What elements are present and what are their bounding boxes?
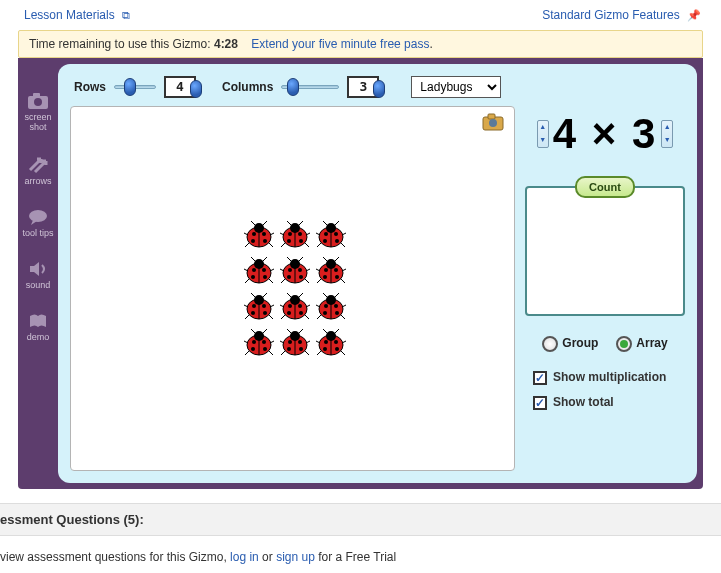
chevron-up-icon: ▲	[538, 121, 548, 134]
svg-point-156	[335, 347, 339, 351]
svg-line-84	[341, 279, 345, 283]
svg-point-49	[252, 268, 256, 272]
arrows-tool[interactable]: arrows	[24, 154, 51, 186]
svg-line-67	[299, 257, 303, 261]
svg-point-22	[290, 223, 300, 233]
demo-tool[interactable]: demo	[27, 312, 50, 342]
ladybug-icon	[241, 217, 277, 253]
ladybug-icon	[277, 217, 313, 253]
gizmo-container: screen shot arrows tool tips sound demo …	[18, 58, 703, 489]
svg-point-143	[299, 347, 303, 351]
show-total-checkbox[interactable]: ✓Show total	[533, 395, 685, 410]
rows-slider[interactable]	[114, 80, 156, 94]
svg-line-97	[269, 315, 273, 319]
svg-line-162	[341, 351, 345, 355]
screenshot-tool[interactable]: screen shot	[18, 92, 58, 132]
right-stepper[interactable]: ▲▼	[661, 120, 673, 148]
svg-line-110	[305, 315, 309, 319]
sound-tool[interactable]: sound	[26, 260, 51, 290]
svg-point-51	[251, 275, 255, 279]
svg-point-75	[324, 268, 328, 272]
speaker-icon	[27, 260, 49, 278]
item-grid	[241, 217, 349, 361]
svg-point-152	[326, 331, 336, 341]
svg-line-132	[263, 329, 267, 333]
right-column: ▲▼ 4 × 3 ▲▼ Count Group Array ✓Show mult…	[525, 106, 685, 471]
rows-input[interactable]: 4	[164, 76, 196, 98]
signup-link[interactable]: sign up	[276, 550, 315, 564]
svg-point-62	[288, 268, 292, 272]
svg-point-13	[263, 239, 267, 243]
expression-text: 4 × 3	[553, 110, 658, 158]
controls-row: Rows 4 Columns 3 Ladybugs	[70, 74, 685, 106]
side-toolbar: screen shot arrows tool tips sound demo	[18, 58, 58, 483]
lesson-materials-link[interactable]: Lesson Materials	[24, 8, 115, 22]
array-radio[interactable]: Array	[616, 336, 667, 352]
ladybug-icon	[313, 325, 349, 361]
svg-point-78	[335, 275, 339, 279]
slider-knob-icon[interactable]	[190, 80, 202, 98]
svg-line-27	[287, 221, 291, 225]
external-icon: ⧉	[122, 9, 130, 21]
snapshot-button[interactable]	[482, 113, 504, 134]
svg-line-158	[335, 329, 339, 333]
svg-line-45	[341, 243, 345, 247]
svg-line-80	[335, 257, 339, 261]
pushpin-icon: 📌	[687, 9, 701, 21]
svg-point-102	[298, 304, 302, 308]
svg-line-53	[251, 257, 255, 261]
ladybug-icon	[241, 253, 277, 289]
columns-slider[interactable]	[281, 80, 339, 94]
columns-input[interactable]: 3	[347, 76, 379, 98]
svg-point-139	[290, 331, 300, 341]
svg-line-44	[317, 243, 321, 247]
svg-point-38	[323, 239, 327, 243]
svg-point-52	[263, 275, 267, 279]
svg-line-41	[335, 221, 339, 225]
group-radio[interactable]: Group	[542, 336, 598, 352]
standard-features-link[interactable]: Standard Gizmo Features	[542, 8, 679, 22]
svg-line-31	[281, 243, 285, 247]
item-type-select[interactable]: Ladybugs	[411, 76, 501, 98]
svg-point-91	[263, 311, 267, 315]
svg-point-88	[252, 304, 256, 308]
svg-point-10	[252, 232, 256, 236]
svg-line-96	[245, 315, 249, 319]
svg-line-28	[299, 221, 303, 225]
svg-point-12	[251, 239, 255, 243]
svg-line-109	[281, 315, 285, 319]
svg-line-136	[269, 351, 273, 355]
svg-point-2	[34, 98, 42, 106]
svg-point-24	[298, 232, 302, 236]
svg-line-135	[245, 351, 249, 355]
svg-point-48	[254, 259, 264, 269]
slider-knob-icon[interactable]	[373, 80, 385, 98]
svg-point-9	[254, 223, 264, 233]
chevron-down-icon: ▼	[662, 134, 672, 147]
ladybug-icon	[277, 325, 313, 361]
svg-line-131	[251, 329, 255, 333]
svg-point-128	[262, 340, 266, 344]
svg-line-144	[287, 329, 291, 333]
login-link[interactable]: log in	[230, 550, 259, 564]
svg-line-122	[317, 315, 321, 319]
svg-point-90	[251, 311, 255, 315]
svg-line-15	[263, 221, 267, 225]
timer-value: 4:28	[214, 37, 238, 51]
arrows-icon	[27, 154, 49, 174]
svg-point-101	[288, 304, 292, 308]
svg-line-157	[323, 329, 327, 333]
svg-point-6	[489, 119, 497, 127]
svg-point-113	[326, 295, 336, 305]
svg-point-36	[324, 232, 328, 236]
svg-point-140	[288, 340, 292, 344]
book-icon	[27, 312, 49, 330]
ladybug-icon	[313, 253, 349, 289]
tooltips-tool[interactable]: tool tips	[22, 208, 53, 238]
count-button[interactable]: Count	[575, 176, 635, 198]
extend-pass-link[interactable]: Extend your five minute free pass	[251, 37, 429, 51]
show-multiplication-checkbox[interactable]: ✓Show multiplication	[533, 370, 685, 385]
svg-point-127	[252, 340, 256, 344]
svg-line-161	[317, 351, 321, 355]
left-stepper[interactable]: ▲▼	[537, 120, 549, 148]
